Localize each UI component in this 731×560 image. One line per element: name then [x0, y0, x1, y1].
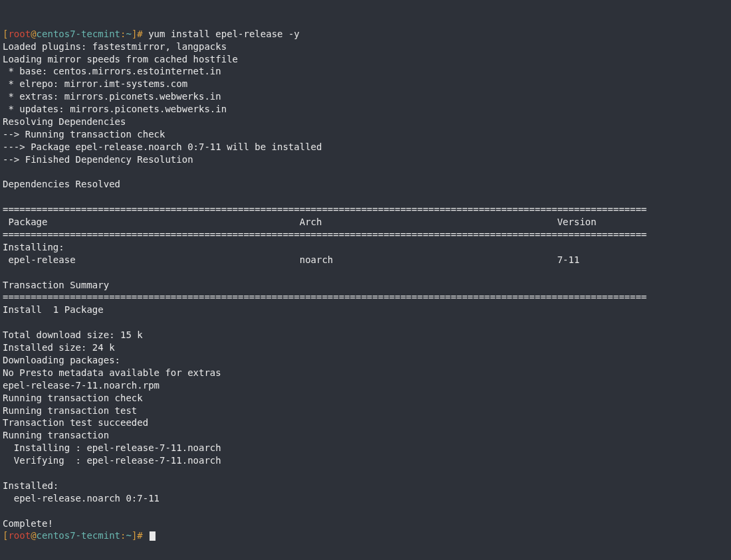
output-line: Total download size: 15 k — [3, 329, 143, 340]
prompt-cwd: ~ — [126, 29, 131, 39]
output-line: * elrepo: mirror.imt-systems.com — [3, 78, 187, 89]
prompt-line-2[interactable]: [root@centos7-tecmint:~]# — [3, 530, 156, 541]
prompt-close-bracket-hash: ]# — [132, 29, 143, 39]
terminal-output[interactable]: [root@centos7-tecmint:~]# yum install ep… — [3, 28, 728, 543]
separator-line: ========================================… — [3, 292, 647, 302]
output-line: Loading mirror speeds from cached hostfi… — [3, 54, 238, 64]
output-line: Installing: — [3, 242, 64, 252]
separator-line: ========================================… — [3, 229, 647, 240]
command-text[interactable] — [143, 530, 148, 541]
output-line: * base: centos.mirrors.estointernet.in — [3, 66, 221, 76]
output-line: * extras: mirrors.piconets.webwerks.in — [3, 91, 221, 102]
output-line: Verifying : epel-release-7-11.noarch — [3, 455, 221, 466]
output-line: Installing : epel-release-7-11.noarch — [3, 442, 221, 453]
prompt-user: root — [8, 29, 31, 39]
output-line: epel-release-7-11.noarch.rpm — [3, 380, 159, 391]
output-line: ---> Package epel-release.noarch 0:7-11 … — [3, 141, 322, 152]
output-line: Running transaction check — [3, 393, 143, 403]
prompt-host: centos7-tecmint — [37, 29, 120, 39]
table-header: Package Arch Version — [3, 217, 635, 227]
prompt-at: @ — [31, 530, 36, 541]
command-text: yum install epel-release -y — [143, 29, 300, 39]
output-line: Running transaction — [3, 430, 109, 440]
output-line: epel-release.noarch 0:7-11 — [3, 493, 159, 504]
output-line: Installed: — [3, 480, 58, 491]
prompt-close-bracket-hash: ]# — [132, 530, 143, 541]
prompt-at: @ — [31, 29, 36, 39]
output-line: Downloading packages: — [3, 355, 120, 365]
output-line: Loaded plugins: fastestmirror, langpacks — [3, 41, 227, 52]
prompt-host: centos7-tecmint — [37, 530, 120, 541]
prompt-line-1: [root@centos7-tecmint:~]# yum install ep… — [3, 29, 300, 39]
output-line: --> Running transaction check — [3, 129, 165, 140]
output-line: Transaction test succeeded — [3, 417, 148, 428]
prompt-user: root — [8, 530, 31, 541]
output-line: --> Finished Dependency Resolution — [3, 154, 193, 165]
table-row: epel-release noarch 7-11 — [3, 254, 635, 265]
output-line: Resolving Dependencies — [3, 116, 126, 127]
output-line: Running transaction test — [3, 405, 137, 416]
cursor-icon — [150, 531, 156, 541]
output-line: Install 1 Package — [3, 304, 104, 315]
output-line: Transaction Summary — [3, 280, 109, 290]
prompt-cwd: ~ — [126, 530, 131, 541]
output-line: * updates: mirrors.piconets.webwerks.in — [3, 104, 227, 114]
output-line: Complete! — [3, 518, 53, 529]
output-line: No Presto metadata available for extras — [3, 367, 221, 378]
separator-line: ========================================… — [3, 204, 647, 215]
output-line: Installed size: 24 k — [3, 342, 115, 353]
output-line: Dependencies Resolved — [3, 179, 120, 189]
